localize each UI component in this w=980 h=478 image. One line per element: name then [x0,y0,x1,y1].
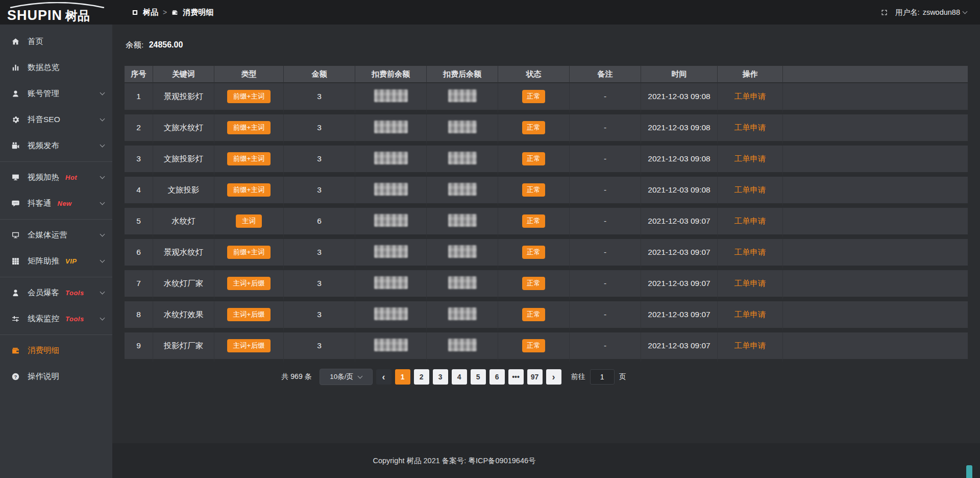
status-badge: 正常 [522,246,545,259]
table-row: 2文旅水纹灯前缀+主词3正常-2021-12-03 09:08工单申请 [125,114,968,146]
table-header-row: 序号关键词类型金额扣费前余额扣费后余额状态备注时间操作 [125,66,968,83]
masked-balance-before [374,245,408,258]
cell-amount: 3 [284,301,355,332]
masked-balance-after [448,214,477,227]
amount: 3 [317,154,322,163]
cell-filler [783,301,968,332]
cell-action: 工单申请 [718,332,783,364]
work-order-link[interactable]: 工单申请 [734,248,766,256]
sidebar-item-视频发布[interactable]: 视频发布 [0,133,112,159]
cell-pre-balance [355,270,427,301]
row-index: 7 [136,279,141,288]
page-button-1[interactable]: 1 [395,369,410,385]
balance-value: 24856.00 [149,40,183,49]
cell-pre-balance [355,208,427,239]
cell-time: 2021-12-03 09:07 [641,332,718,364]
chat-icon [11,199,20,208]
fullscreen-icon[interactable] [880,9,888,16]
user-menu[interactable]: 用户名: zswodun88 [895,8,967,17]
sidebar-item-线索监控[interactable]: 线索监控Tools [0,306,112,332]
work-order-link[interactable]: 工单申请 [734,310,766,319]
cell-amount: 3 [284,146,355,177]
sidebar-badge: Hot [65,174,77,181]
cell-status: 正常 [498,146,570,177]
prev-page-button[interactable]: ‹ [376,369,391,385]
chevron-down-icon [100,116,105,122]
cell-post-balance [427,332,498,364]
row-index: 5 [136,217,141,225]
sidebar-item-抖客通[interactable]: 抖客通New [0,190,112,217]
masked-balance-after [448,89,477,102]
keyword: 水纹灯效果 [164,310,204,319]
row-index: 6 [136,248,141,256]
sidebar-item-全媒体运营[interactable]: 全媒体运营 [0,222,112,248]
work-order-link[interactable]: 工单申请 [734,123,766,132]
sidebar-item-抖音SEO[interactable]: 抖音SEO [0,107,112,133]
status-badge: 正常 [522,339,545,352]
page-size-select[interactable]: 10条/页 [320,369,373,385]
cell-filler [783,332,968,364]
cell-status: 正常 [498,332,570,364]
work-order-link[interactable]: 工单申请 [734,154,766,163]
sidebar-divider [0,334,112,335]
cell-type: 前缀+主词 [214,114,284,146]
sidebar-item-会员爆客[interactable]: 会员爆客Tools [0,280,112,306]
page-button-97[interactable]: 97 [527,369,543,385]
cell-amount: 3 [284,177,355,208]
column-header-操作: 操作 [718,66,783,83]
masked-balance-after [448,276,477,289]
cell-action: 工单申请 [718,146,783,177]
timestamp: 2021-12-03 09:07 [648,248,710,256]
sidebar-item-账号管理[interactable]: 账号管理 [0,81,112,107]
page-button-5[interactable]: 5 [471,369,486,385]
cell-index: 4 [125,177,153,208]
sidebar-item-数据总览[interactable]: 数据总览 [0,55,112,81]
pagination: 共 969 条 10条/页 ‹ 123456•••97 › 前往 页 [112,369,795,385]
cell-remark: - [570,301,641,332]
sliders-icon [11,315,20,323]
work-order-link[interactable]: 工单申请 [734,341,766,350]
remark: - [604,310,606,319]
sidebar-item-操作说明[interactable]: ?操作说明 [0,364,112,390]
sidebar-item-label: 全媒体运营 [28,230,67,241]
amount: 3 [317,92,322,101]
work-order-link[interactable]: 工单申请 [734,185,766,194]
breadcrumb-root[interactable]: 树品 [143,8,158,17]
column-header-filler [783,66,968,83]
cell-action: 工单申请 [718,177,783,208]
chevron-down-icon [358,373,363,378]
main-content: 余额: 24856.00 序号关键词类型金额扣费前余额扣费后余额状态备注时间操作… [112,25,980,478]
sidebar-item-label: 账号管理 [28,88,59,99]
masked-balance-before [374,121,408,133]
table-row: 7水纹灯厂家主词+后缀3正常-2021-12-03 09:07工单申请 [125,270,968,301]
cell-amount: 3 [284,114,355,146]
wallet-icon [11,346,20,355]
cell-type: 前缀+主词 [214,177,284,208]
sidebar-item-消费明细[interactable]: 消费明细 [0,338,112,364]
amount: 3 [317,248,322,256]
goto-page-input[interactable] [590,369,615,385]
cell-status: 正常 [498,177,570,208]
floating-widget-sliver[interactable] [966,465,972,478]
cell-post-balance [427,208,498,239]
page-button-3[interactable]: 3 [433,369,448,385]
page-button-4[interactable]: 4 [452,369,467,385]
sidebar-item-首页[interactable]: 首页 [0,29,112,55]
work-order-link[interactable]: 工单申请 [734,279,766,288]
page-button-2[interactable]: 2 [414,369,429,385]
masked-balance-before [374,152,408,164]
type-badge: 主词 [236,214,262,228]
page-button-6[interactable]: 6 [489,369,505,385]
next-page-button[interactable]: › [546,369,561,385]
remark: - [604,341,606,350]
work-order-link[interactable]: 工单申请 [734,217,766,225]
cell-time: 2021-12-03 09:08 [641,177,718,208]
sidebar-item-视频加热[interactable]: 视频加热Hot [0,164,112,190]
keyword: 水纹灯厂家 [164,279,204,288]
row-index: 8 [136,310,141,319]
cell-pre-balance [355,239,427,270]
page-ellipsis-button[interactable]: ••• [508,369,524,385]
status-badge: 正常 [522,90,545,103]
sidebar-item-矩阵助推[interactable]: 矩阵助推VIP [0,248,112,274]
work-order-link[interactable]: 工单申请 [734,92,766,101]
